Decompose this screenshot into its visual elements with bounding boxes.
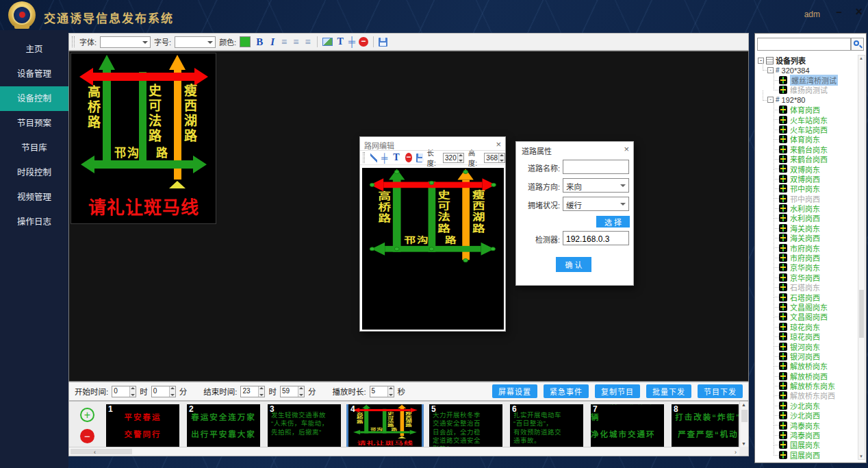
edit-handle[interactable] bbox=[370, 183, 375, 187]
device-tree-item[interactable]: 石塔岗东 bbox=[756, 282, 857, 292]
height-input[interactable]: 368 bbox=[484, 153, 505, 163]
playlist-item[interactable]: 高桥路史可法路瘦西湖路邗沟路请礼让斑马线4 bbox=[348, 404, 422, 447]
sidebar-item[interactable]: 时段控制 bbox=[0, 160, 68, 185]
road-tool-icon[interactable]: ╪ bbox=[348, 36, 355, 47]
device-tree-item[interactable]: 京华岗东 bbox=[756, 262, 857, 272]
toolbar-grip[interactable] bbox=[72, 36, 75, 47]
device-tree-item[interactable]: 邗中岗东 bbox=[756, 184, 857, 193]
select-button[interactable]: 选 择 bbox=[596, 216, 630, 227]
playlist-item[interactable]: 平安春运交警同行1 bbox=[106, 404, 179, 447]
duration-input[interactable]: 5 bbox=[370, 386, 394, 397]
sidebar-item[interactable]: 主页 bbox=[0, 37, 68, 62]
text-tool-icon[interactable]: T bbox=[336, 36, 345, 47]
edit-handle[interactable] bbox=[394, 170, 400, 174]
device-tree-item[interactable]: 琼花岗西 bbox=[756, 332, 857, 341]
playlist-item[interactable]: 打击改装“炸街”严查严惩“机动8 bbox=[672, 404, 739, 447]
scroll-up-icon[interactable]: ▲ bbox=[859, 56, 863, 60]
device-tree-item[interactable]: 水利岗东 bbox=[756, 204, 857, 213]
device-tree-item[interactable]: 解放桥岗东 bbox=[756, 361, 857, 371]
spinner[interactable] bbox=[129, 386, 136, 397]
sidebar-item[interactable]: 操作日志 bbox=[0, 210, 68, 234]
size-select[interactable] bbox=[175, 36, 216, 48]
playlist-item[interactable]: 扎实开展电动车“百日整治”，有效预防道路交通事故。6 bbox=[510, 404, 583, 447]
tree-scrollbar[interactable]: ▲ ▼ bbox=[858, 55, 865, 460]
close-icon[interactable]: × bbox=[855, 5, 863, 19]
spinner[interactable] bbox=[498, 153, 505, 162]
device-tree-item[interactable]: 双博岗西 bbox=[756, 174, 857, 184]
image-icon[interactable] bbox=[322, 38, 333, 46]
action-button[interactable]: 屏幕设置 bbox=[492, 384, 537, 398]
scrollbar-thumb[interactable] bbox=[741, 410, 748, 422]
device-tree-item[interactable]: 银河岗东 bbox=[756, 341, 857, 351]
editor-canvas[interactable]: 高桥路史可法路瘦西湖路邗沟路请礼让斑马线 路网编辑 × ╪ T − 长度: 32… bbox=[68, 51, 749, 382]
end-hour-input[interactable]: 23 bbox=[240, 386, 265, 397]
edit-handle[interactable] bbox=[490, 247, 496, 251]
collapse-icon[interactable]: - bbox=[767, 67, 774, 73]
edit-handle[interactable] bbox=[394, 247, 400, 251]
device-tree-item[interactable]: 市府岗西 bbox=[756, 253, 857, 262]
minimize-icon[interactable]: − bbox=[836, 6, 842, 18]
spinner[interactable] bbox=[298, 386, 304, 397]
edit-handle[interactable] bbox=[463, 170, 468, 174]
road-network-canvas[interactable]: 高桥路史可法路瘦西湖路邗沟路 bbox=[362, 168, 504, 330]
dialog-titlebar[interactable]: 道路属性 × bbox=[516, 142, 633, 156]
device-tree-item[interactable]: 海关岗东 bbox=[756, 223, 857, 233]
font-select[interactable] bbox=[100, 36, 151, 48]
device-tree-item[interactable]: 维扬岗测试 bbox=[756, 85, 857, 95]
scrollbar-thumb[interactable] bbox=[859, 290, 864, 338]
toolbar-grip[interactable] bbox=[363, 152, 365, 163]
device-tree-item[interactable]: 体育岗东 bbox=[756, 134, 857, 144]
spinner[interactable] bbox=[457, 153, 463, 162]
save-icon[interactable] bbox=[416, 153, 423, 162]
sign-preview[interactable]: 高桥路史可法路瘦西湖路邗沟路请礼让斑马线 bbox=[71, 53, 216, 224]
start-minute-input[interactable]: 0 bbox=[151, 386, 176, 397]
device-tree-item[interactable]: 沙北岗西 bbox=[756, 410, 857, 420]
edit-handle[interactable] bbox=[370, 247, 375, 251]
device-tree-item[interactable]: 双博岗东 bbox=[756, 164, 857, 173]
device-tree-item[interactable]: 文昌阁岗西 bbox=[756, 312, 857, 321]
remove-program-button[interactable]: − bbox=[80, 429, 94, 443]
device-tree-item[interactable]: 海关岗西 bbox=[756, 233, 857, 243]
italic-button[interactable]: I bbox=[268, 36, 277, 48]
device-tree-item[interactable]: 火车站岗东 bbox=[756, 114, 857, 124]
edit-handle[interactable] bbox=[463, 258, 468, 262]
device-tree-item[interactable]: 体育岗西 bbox=[756, 105, 857, 114]
sidebar-item[interactable]: 设备控制 bbox=[0, 86, 68, 111]
scrollbar-thumb[interactable] bbox=[71, 449, 132, 454]
device-tree-item[interactable]: 火车站岗西 bbox=[756, 125, 857, 134]
road-tool-icon[interactable]: ╪ bbox=[381, 153, 387, 163]
device-tree-item[interactable]: 邗中岗西 bbox=[756, 193, 857, 203]
device-tree-item[interactable]: 银河岗西 bbox=[756, 352, 857, 361]
action-button[interactable]: 节目下发 bbox=[698, 384, 743, 398]
device-tree-item[interactable]: 解放桥岗西 bbox=[756, 371, 857, 381]
collapse-icon[interactable]: - bbox=[767, 97, 774, 103]
length-input[interactable]: 320 bbox=[443, 153, 464, 163]
device-tree-item[interactable]: 琼花岗东 bbox=[756, 322, 857, 332]
congestion-select[interactable]: 缓行 bbox=[563, 197, 629, 211]
confirm-button[interactable]: 确 认 bbox=[556, 257, 591, 272]
device-tree-item[interactable]: 解放桥东岗西 bbox=[756, 391, 857, 400]
dialog-titlebar[interactable]: 路网编辑 × bbox=[360, 137, 505, 151]
device-tree-item[interactable]: 来鹤台岗东 bbox=[756, 145, 857, 154]
playlist-horizontal-scrollbar[interactable]: ‹ › bbox=[69, 447, 739, 456]
scroll-up-icon[interactable]: ▲ bbox=[741, 402, 746, 407]
device-search-input[interactable] bbox=[757, 38, 851, 51]
delete-icon[interactable]: − bbox=[359, 37, 368, 47]
close-icon[interactable]: × bbox=[496, 139, 501, 149]
road-name-input[interactable] bbox=[563, 160, 629, 174]
tree-root[interactable]: -设备列表 bbox=[756, 56, 857, 65]
search-button[interactable] bbox=[851, 38, 864, 51]
end-minute-input[interactable]: 59 bbox=[280, 386, 305, 397]
device-tree-item[interactable]: 国展岗东 bbox=[756, 440, 857, 449]
device-tree-item[interactable]: 沙北岗东 bbox=[756, 401, 857, 410]
device-tree-item[interactable]: 国展岗西 bbox=[756, 450, 857, 460]
sidebar-item[interactable]: 设备管理 bbox=[0, 62, 68, 86]
action-button[interactable]: 批量下发 bbox=[646, 384, 691, 398]
scroll-down-icon[interactable]: ▼ bbox=[859, 454, 863, 458]
device-tree-item[interactable]: 石塔岗西 bbox=[756, 292, 857, 301]
delete-icon[interactable]: − bbox=[405, 153, 412, 162]
align-left-icon[interactable]: ≡ bbox=[280, 36, 288, 47]
start-hour-input[interactable]: 0 bbox=[112, 386, 136, 397]
playlist-item[interactable]: 春运安全连万家出行平安靠大家2 bbox=[187, 404, 260, 447]
sidebar-item[interactable]: 节目预案 bbox=[0, 111, 68, 136]
